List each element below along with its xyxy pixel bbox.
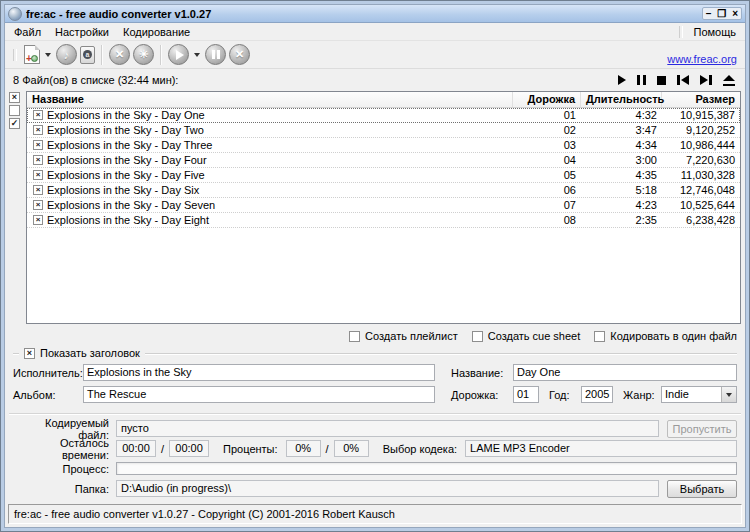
year-field[interactable]: 2005	[581, 386, 613, 403]
percent-track-field: 0%	[286, 440, 321, 457]
artist-field[interactable]: Explosions in the Sky	[83, 364, 435, 381]
play-dropdown-icon[interactable]	[194, 53, 200, 57]
track-checkbox[interactable]: ×	[33, 185, 43, 195]
pause-icon[interactable]	[205, 44, 226, 65]
next-track-icon[interactable]	[700, 75, 712, 85]
track-title: Explosions in the Sky - Day One	[47, 109, 205, 121]
create-cuesheet-option[interactable]: Создать cue sheet	[472, 330, 581, 342]
freac-website-link[interactable]: www.freac.org	[667, 53, 737, 65]
cd-case-icon[interactable]: a	[80, 46, 95, 64]
track-size: 10,986,444	[662, 139, 740, 151]
song-title-field[interactable]: Day One	[513, 364, 737, 381]
track-number: 03	[513, 139, 581, 151]
track-number: 02	[513, 124, 581, 136]
skip-button[interactable]: Пропустить	[667, 420, 737, 438]
show-tags-legend: × Показать заголовок	[13, 346, 737, 360]
progress-bar	[116, 462, 737, 475]
track-checkbox[interactable]: ×	[33, 155, 43, 165]
menu-settings[interactable]: Настройки	[48, 24, 116, 40]
single-file-option[interactable]: Кодировать в один файл	[594, 330, 737, 342]
track-size: 9,120,252	[662, 124, 740, 136]
add-files-dropdown-icon[interactable]	[45, 53, 51, 57]
minimize-button[interactable]: –	[706, 8, 712, 19]
toggle-selection-checkbox[interactable]: ✓	[9, 118, 20, 129]
track-number: 08	[513, 214, 581, 226]
track-size: 11,030,328	[662, 169, 740, 181]
add-swirl-icon	[31, 55, 38, 62]
tools-icon[interactable]: ✕	[109, 44, 130, 65]
separator	[9, 413, 741, 415]
maximize-button[interactable]: ❐	[717, 8, 726, 19]
joblist-row[interactable]: × Explosions in the Sky - Day Four 04 3:…	[27, 153, 740, 168]
window-inner: fre:ac - free audio converter v1.0.27 – …	[4, 4, 746, 528]
title-bar[interactable]: fre:ac - free audio converter v1.0.27 – …	[5, 5, 745, 23]
column-size[interactable]: Размер	[662, 92, 740, 107]
album-field[interactable]: The Rescue	[83, 386, 435, 403]
joblist-row[interactable]: × Explosions in the Sky - Day Six 06 5:1…	[27, 183, 740, 198]
track-number: 06	[513, 184, 581, 196]
column-duration[interactable]: Длительность	[581, 92, 662, 107]
browse-button[interactable]: Выбрать	[667, 480, 737, 498]
stop-track-icon[interactable]	[657, 76, 666, 85]
track-checkbox[interactable]: ×	[33, 200, 43, 210]
track-checkbox[interactable]: ×	[33, 215, 43, 225]
joblist-row[interactable]: × Explosions in the Sky - Day Five 05 4:…	[27, 168, 740, 183]
track-title: Explosions in the Sky - Day Two	[47, 124, 204, 136]
genre-dropdown-button[interactable]	[721, 387, 736, 402]
joblist-row[interactable]: × Explosions in the Sky - Day Eight 08 2…	[27, 213, 740, 228]
create-playlist-option[interactable]: Создать плейлист	[349, 330, 458, 342]
track-size: 12,746,048	[662, 184, 740, 196]
eject-icon[interactable]	[723, 75, 735, 86]
track-duration: 4:34	[581, 139, 662, 151]
close-button[interactable]: ×	[732, 8, 738, 19]
menu-help[interactable]: Помощь	[687, 24, 744, 40]
joblist-rows: × Explosions in the Sky - Day One 01 4:3…	[27, 108, 740, 323]
window-title: fre:ac - free audio converter v1.0.27	[26, 8, 702, 20]
gear-icon[interactable]: ✳	[133, 44, 154, 65]
joblist-row[interactable]: × Explosions in the Sky - Day Two 02 3:4…	[27, 123, 740, 138]
pause-track-icon[interactable]	[637, 75, 646, 85]
track-title: Explosions in the Sky - Day Four	[47, 154, 207, 166]
output-folder-field[interactable]: D:\Audio (in progress)\	[116, 480, 659, 497]
track-checkbox[interactable]: ×	[33, 110, 43, 120]
single-file-checkbox[interactable]	[594, 331, 605, 342]
track-number: 05	[513, 169, 581, 181]
show-tags-checkbox[interactable]: ×	[24, 348, 35, 359]
track-duration: 4:32	[581, 109, 662, 121]
select-none-checkbox[interactable]	[9, 105, 20, 116]
transport-controls	[618, 75, 735, 86]
music-note-icon[interactable]: ♪	[56, 44, 77, 65]
joblist-row[interactable]: × Explosions in the Sky - Day Three 03 4…	[27, 138, 740, 153]
column-title[interactable]: Название	[27, 92, 513, 107]
menu-encoding[interactable]: Кодирование	[116, 24, 197, 40]
track-checkbox[interactable]: ×	[33, 125, 43, 135]
joblist-row[interactable]: × Explosions in the Sky - Day One 01 4:3…	[27, 108, 740, 123]
select-all-checkbox[interactable]: ×	[9, 92, 20, 103]
genre-combobox[interactable]: Indie	[661, 386, 737, 403]
info-bar: 8 Файл(ов) в списке (32:44 мин):	[5, 69, 745, 91]
track-number: 01	[513, 109, 581, 121]
create-cuesheet-checkbox[interactable]	[472, 331, 483, 342]
track-checkbox[interactable]: ×	[33, 170, 43, 180]
chevron-down-icon	[726, 393, 732, 397]
joblist: Название Дорожка Длительность Размер × E…	[26, 91, 741, 324]
column-track[interactable]: Дорожка	[513, 92, 581, 107]
time-total-field: 00:00	[169, 440, 209, 457]
menu-bar: Файл Настройки Кодирование Помощь	[5, 23, 745, 41]
track-field[interactable]: 01	[513, 386, 539, 403]
joblist-row[interactable]: × Explosions in the Sky - Day Seven 07 4…	[27, 198, 740, 213]
play-track-icon[interactable]	[618, 75, 626, 85]
play-icon[interactable]	[168, 44, 189, 65]
track-size: 10,525,644	[662, 199, 740, 211]
menu-file[interactable]: Файл	[7, 24, 48, 40]
add-files-icon[interactable]: +	[24, 45, 40, 64]
previous-track-icon[interactable]	[677, 75, 689, 85]
create-playlist-checkbox[interactable]	[349, 331, 360, 342]
stop-icon[interactable]: ✕	[229, 44, 250, 65]
codec-field[interactable]: LAME MP3 Encoder	[465, 440, 737, 457]
track-title: Explosions in the Sky - Day Five	[47, 169, 205, 181]
track-duration: 2:35	[581, 214, 662, 226]
track-duration: 4:23	[581, 199, 662, 211]
track-checkbox[interactable]: ×	[33, 140, 43, 150]
joblist-area: × ✓ Название Дорожка Длительность Размер…	[5, 91, 745, 326]
